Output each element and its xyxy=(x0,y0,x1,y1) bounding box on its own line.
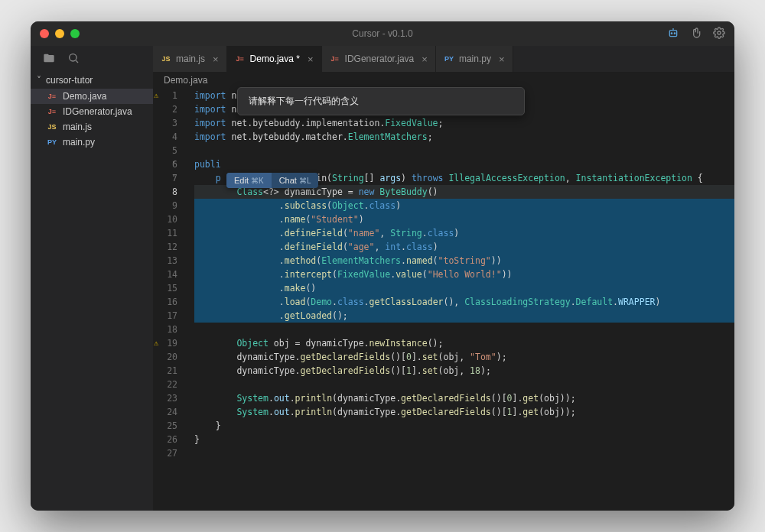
line-number: 14 xyxy=(153,268,177,281)
tab-label: Demo.java * xyxy=(250,54,300,64)
editor-tab[interactable]: PYmain.py× xyxy=(436,46,513,72)
tab-label: main.js xyxy=(176,54,205,64)
svg-line-6 xyxy=(76,60,78,63)
code-line[interactable]: .name("Student") xyxy=(194,212,734,226)
line-number: 22 xyxy=(153,378,177,391)
line-number: 21 xyxy=(153,364,177,378)
line-number: 12 xyxy=(153,240,177,254)
close-icon[interactable]: × xyxy=(308,54,314,65)
code-line[interactable]: .method(ElementMatchers.named("toString"… xyxy=(194,254,734,268)
chat-button[interactable]: Chat⌘L xyxy=(272,173,319,188)
folder-icon[interactable] xyxy=(43,52,55,66)
line-number: 6 xyxy=(153,157,177,171)
code-line[interactable]: dynamicType.getDeclaredFields()[0].set(o… xyxy=(194,350,734,364)
svg-point-4 xyxy=(718,31,721,34)
chat-popup[interactable]: 请解释下每一行代码的含义 xyxy=(237,87,525,115)
code-content[interactable]: import neimport net.bytebuddy.dynamic.lo… xyxy=(190,89,734,511)
sidebar-file-item[interactable]: JSmain.js xyxy=(31,119,153,135)
code-line[interactable]: .defineField("name", String.class) xyxy=(194,226,734,240)
tab-bar: JSmain.js×J≡Demo.java *×J≡IDGenerator.ja… xyxy=(153,46,734,72)
edit-button[interactable]: Edit⌘K xyxy=(226,173,272,188)
file-name-label: IDGenerator.java xyxy=(63,106,132,117)
breadcrumb-item: Demo.java xyxy=(164,75,207,86)
line-number: 16 xyxy=(153,295,177,309)
file-type-icon: J≡ xyxy=(330,55,340,63)
close-window-button[interactable] xyxy=(40,29,49,38)
code-line[interactable] xyxy=(194,446,734,460)
code-line[interactable]: Object obj = dynamicType.newInstance(); xyxy=(194,336,734,350)
code-line[interactable]: .defineField("age", int.class) xyxy=(194,240,734,254)
line-number: 5 xyxy=(153,144,177,157)
tab-label: main.py xyxy=(459,54,491,64)
code-line[interactable]: .subclass(Object.class) xyxy=(194,199,734,212)
line-number: 13 xyxy=(153,254,177,268)
chevron-down-icon: ˅ xyxy=(35,75,43,86)
sidebar-file-item[interactable]: J≡IDGenerator.java xyxy=(31,104,153,119)
minimize-window-button[interactable] xyxy=(55,29,64,38)
svg-point-2 xyxy=(674,33,675,34)
wave-icon[interactable] xyxy=(690,27,702,41)
file-type-icon: JS xyxy=(161,55,171,63)
code-line[interactable] xyxy=(194,144,734,157)
file-name-label: main.js xyxy=(63,122,92,132)
line-number: 2 xyxy=(153,102,177,116)
code-line[interactable]: dynamicType.getDeclaredFields()[1].set(o… xyxy=(194,364,734,378)
breadcrumb[interactable]: Demo.java xyxy=(153,72,734,89)
sidebar-file-item[interactable]: PYmain.py xyxy=(31,135,153,150)
line-number: 9 xyxy=(153,199,177,212)
titlebar: Cursor - v0.1.0 xyxy=(31,21,734,46)
code-line[interactable]: import net.bytebuddy.matcher.ElementMatc… xyxy=(194,130,734,144)
file-type-icon: J≡ xyxy=(46,108,58,115)
close-icon[interactable]: × xyxy=(499,54,505,65)
line-number: 24 xyxy=(153,405,177,419)
line-number: 17 xyxy=(153,309,177,323)
chat-prompt-text: 请解释下每一行代码的含义 xyxy=(249,96,359,106)
code-editor[interactable]: 1234567891011121314151617181920212223242… xyxy=(153,89,734,511)
sidebar-file-item[interactable]: J≡Demo.java xyxy=(31,89,153,104)
code-line[interactable]: .intercept(FixedValue.value("Hello World… xyxy=(194,268,734,281)
editor-area: JSmain.js×J≡Demo.java *×J≡IDGenerator.ja… xyxy=(153,46,734,511)
folder-name: cursor-tutor xyxy=(46,75,93,86)
code-line[interactable]: System.out.println(dynamicType.getDeclar… xyxy=(194,405,734,419)
file-type-icon: JS xyxy=(46,123,58,131)
code-line[interactable]: import net.bytebuddy.implementation.Fixe… xyxy=(194,116,734,130)
code-line[interactable]: .getLoaded(); xyxy=(194,309,734,323)
tab-label: IDGenerator.java xyxy=(345,54,415,64)
file-name-label: main.py xyxy=(63,137,95,148)
line-number: 4 xyxy=(153,130,177,144)
editor-tab[interactable]: JSmain.js× xyxy=(153,46,227,72)
line-number: 10 xyxy=(153,212,177,226)
gear-icon[interactable] xyxy=(713,27,725,41)
close-icon[interactable]: × xyxy=(213,54,219,65)
line-number: 26 xyxy=(153,433,177,446)
code-line[interactable] xyxy=(194,378,734,391)
editor-tab[interactable]: J≡Demo.java *× xyxy=(227,46,322,72)
line-number: 11 xyxy=(153,226,177,240)
robot-icon[interactable] xyxy=(667,27,679,41)
svg-point-5 xyxy=(70,54,76,60)
line-number: 7 xyxy=(153,171,177,185)
line-number: 27 xyxy=(153,446,177,460)
maximize-window-button[interactable] xyxy=(70,29,80,38)
code-line[interactable]: System.out.println(dynamicType.getDeclar… xyxy=(194,391,734,405)
sidebar: ˅ cursor-tutor J≡Demo.javaJ≡IDGenerator.… xyxy=(31,46,153,511)
code-line[interactable]: } xyxy=(194,419,734,433)
file-name-label: Demo.java xyxy=(63,91,106,102)
code-line[interactable] xyxy=(194,323,734,336)
code-line[interactable]: } xyxy=(194,433,734,446)
editor-tab[interactable]: J≡IDGenerator.java× xyxy=(322,46,436,72)
line-number: 15 xyxy=(153,281,177,295)
code-line[interactable]: .make() xyxy=(194,281,734,295)
folder-header[interactable]: ˅ cursor-tutor xyxy=(31,72,153,89)
file-type-icon: J≡ xyxy=(46,92,58,100)
line-number: 3 xyxy=(153,116,177,130)
code-line[interactable]: publi xyxy=(194,157,734,171)
code-line[interactable]: .load(Demo.class.getClassLoader(), Class… xyxy=(194,295,734,309)
search-icon[interactable] xyxy=(67,52,80,66)
window-title: Cursor - v0.1.0 xyxy=(352,28,412,39)
svg-point-1 xyxy=(671,33,672,34)
file-type-icon: J≡ xyxy=(235,55,246,63)
close-icon[interactable]: × xyxy=(422,54,428,65)
line-number: 1 xyxy=(153,89,177,102)
line-number: 23 xyxy=(153,391,177,405)
